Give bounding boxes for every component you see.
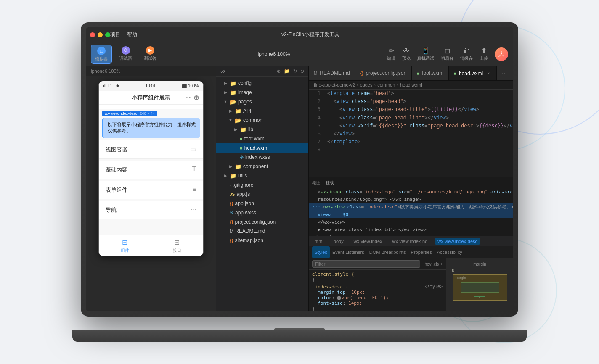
simulator-panel: iphone6 100% •ll IDE ❖ 10:01 ⬛ 100% 小程序组… — [86, 66, 216, 311]
test-button[interactable]: ▶ 测试答 — [140, 45, 161, 64]
phone-title-actions: ··· ⊕ — [185, 94, 199, 102]
maximize-button[interactable] — [105, 32, 110, 37]
minimize-button[interactable] — [98, 32, 103, 37]
tree-label-component: component — [243, 164, 268, 169]
new-folder-btn[interactable]: 📁 — [284, 69, 290, 74]
tab-readme[interactable]: M README.md — [309, 66, 355, 80]
close-button[interactable] — [90, 32, 95, 37]
refresh-btn[interactable]: ↻ — [293, 69, 297, 74]
edit-action[interactable]: ✏ 编辑 — [387, 47, 395, 61]
elem-tab-wxview-hd[interactable]: wx-view.index-hd — [390, 238, 430, 245]
debugger-button[interactable]: ⚙ 调试器 — [115, 45, 136, 64]
tree-item-index-wxss[interactable]: ▶ ※ index.wxss — [216, 153, 308, 162]
user-avatar[interactable]: 人 — [495, 47, 508, 61]
breadcrumb-file: head.wxml — [400, 82, 422, 87]
panel-tab-dom[interactable]: DOM Breakpoints — [367, 246, 408, 258]
upload-action[interactable]: ⬆ 上传 — [480, 47, 488, 61]
ln-8: 8 — [309, 146, 321, 154]
elem-tab-body[interactable]: body — [331, 238, 346, 245]
menu-item-project[interactable]: 项目 — [110, 31, 120, 38]
tree-label-gitignore: .gitignore — [233, 182, 253, 188]
tree-item-foot-wxml[interactable]: ▶ ■ foot.wxml — [216, 134, 308, 143]
new-file-btn[interactable]: ⊕ — [277, 69, 281, 74]
tree-item-app-js[interactable]: ▶ JS app.js — [216, 190, 308, 199]
simulator-button[interactable]: □ 模拟器 — [91, 45, 112, 64]
tree-item-gitignore[interactable]: ▶ · .gitignore — [216, 180, 308, 190]
tree-item-component[interactable]: ▶ 📁 component — [216, 162, 308, 171]
panel-tab-styles[interactable]: Styles — [312, 246, 330, 258]
head-tab-icon: ■ — [454, 71, 456, 76]
simulator-header: iphone6 100% — [86, 66, 216, 76]
tab-head-wxml[interactable]: ■ head.wxml × — [449, 66, 497, 80]
box-border-area: 240 × 44 — [461, 282, 499, 293]
tree-item-image[interactable]: ▶ 📁 image — [216, 88, 308, 97]
styles-panel: :hov .cls + element.style { } .in — [309, 258, 513, 311]
tree-label-project-json: project.config.json — [235, 219, 276, 225]
preview-action[interactable]: 👁 预览 — [402, 47, 411, 61]
tab-project-config[interactable]: {} project.config.json — [355, 66, 412, 80]
panel-tab-access[interactable]: Accessibility — [435, 246, 465, 258]
debugger-icon: ⚙ — [122, 46, 130, 55]
arrow-pages: ▼ — [223, 99, 228, 104]
device-debug-action[interactable]: 📱 真机调试 — [417, 47, 434, 61]
nav-api[interactable]: ⊟ 接口 — [151, 235, 203, 256]
tree-item-utils[interactable]: ▶ 📁 utils — [216, 171, 308, 180]
elem-tab-wxview-desc[interactable]: wx-view.index-desc — [435, 238, 480, 245]
phone-content: wx-view.index-desc 240 × 44 以下将展示小程序官方组件… — [99, 109, 203, 235]
tree-item-head-wxml[interactable]: ▶ ■ head.wxml — [216, 143, 308, 153]
arrow-config: ▶ — [223, 81, 228, 86]
styles-left: :hov .cls + element.style { } .in — [309, 258, 446, 311]
expand-icon[interactable]: ⊕ — [193, 94, 199, 102]
tree-item-readme[interactable]: ▶ M README.md — [216, 227, 308, 236]
ln-3: 3 — [309, 106, 321, 113]
tree-item-pages[interactable]: ▼ 📂 pages — [216, 97, 308, 106]
clear-action[interactable]: 🗑 清缓存 — [460, 47, 473, 61]
elem-tab-html[interactable]: html — [312, 238, 326, 245]
panel-tab-events[interactable]: Event Listeners — [330, 246, 367, 258]
menu-item-help[interactable]: 帮助 — [127, 31, 137, 38]
close-head-tab[interactable]: × — [485, 71, 491, 76]
tab-foot-wxml[interactable]: ■ foot.wxml — [412, 66, 449, 80]
tree-label-foot-wxml: foot.wxml — [244, 136, 266, 142]
tree-item-app-wxss[interactable]: ▶ ※ app.wxss — [216, 208, 308, 217]
foot-tab-icon: ■ — [417, 71, 419, 76]
highlight-badge: wx-view.index-desc 240 × 44 — [102, 111, 157, 116]
phone-status-bar: •ll IDE ❖ 10:01 ⬛ 100% — [99, 81, 203, 91]
tree-item-lib[interactable]: ▶ 📁 lib — [216, 125, 308, 134]
prop-font: font-size — [318, 301, 343, 306]
styles-toolbar: :hov .cls + — [309, 258, 446, 270]
nav-component[interactable]: ⊞ 组件 — [99, 235, 151, 256]
gitignore-icon: · — [230, 182, 231, 187]
basic-icon: T — [192, 166, 196, 173]
app-window: 项目 帮助 v2-FinClip小程序开发工具 □ 模拟器 ⚙ — [86, 27, 513, 311]
tree-item-config[interactable]: ▶ 📁 config — [216, 79, 308, 88]
tree-item-sitemap[interactable]: ▶ {} sitemap.json — [216, 236, 308, 245]
content-size: 240 × 44 — [491, 310, 498, 311]
elem-tab-wxview[interactable]: wx-view.index — [351, 238, 385, 245]
code-content: <template name="head" > <view class="pag… — [324, 90, 513, 177]
tree-item-api[interactable]: ▶ 📁 API — [216, 106, 308, 116]
code-editor[interactable]: 1 2 3 4 5 6 7 8 — [309, 90, 513, 177]
collapse-btn[interactable]: ⊖ — [300, 69, 304, 74]
sitemap-icon: {} — [230, 238, 233, 243]
filter-input[interactable] — [312, 260, 420, 268]
tree-item-app-json[interactable]: ▶ {} app.json — [216, 199, 308, 208]
tree-item-common[interactable]: ▼ 📂 common — [216, 116, 308, 125]
style-rule-index-desc: .index-desc { <style> margin-top: 10px; … — [312, 284, 443, 311]
tabs-overflow[interactable]: ··· — [497, 70, 509, 76]
folder-icon-component: 📁 — [235, 164, 241, 170]
more-icon[interactable]: ··· — [185, 94, 191, 102]
arrow-lib: ▶ — [233, 127, 238, 132]
editor-area: M README.md {} project.config.json ■ foo… — [309, 66, 513, 311]
code-lines: 1 2 3 4 5 6 7 8 — [309, 90, 513, 177]
folder-icon-api: 📁 — [235, 108, 241, 114]
tree-item-project-json[interactable]: ▶ {} project.config.json — [216, 217, 308, 227]
title-bar: 项目 帮助 v2-FinClip小程序开发工具 — [86, 27, 513, 42]
styles-hint: :hov .cls + — [424, 262, 443, 266]
html-line-5: </wx-view> — [309, 218, 513, 226]
tab-foot-label: foot.wxml — [422, 70, 443, 76]
bg-action[interactable]: ◻ 切后台 — [441, 47, 453, 61]
line-numbers: 1 2 3 4 5 6 7 8 — [309, 90, 324, 177]
panel-tab-props[interactable]: Properties — [408, 246, 435, 258]
html-line-4: view> == $0 — [309, 211, 513, 218]
